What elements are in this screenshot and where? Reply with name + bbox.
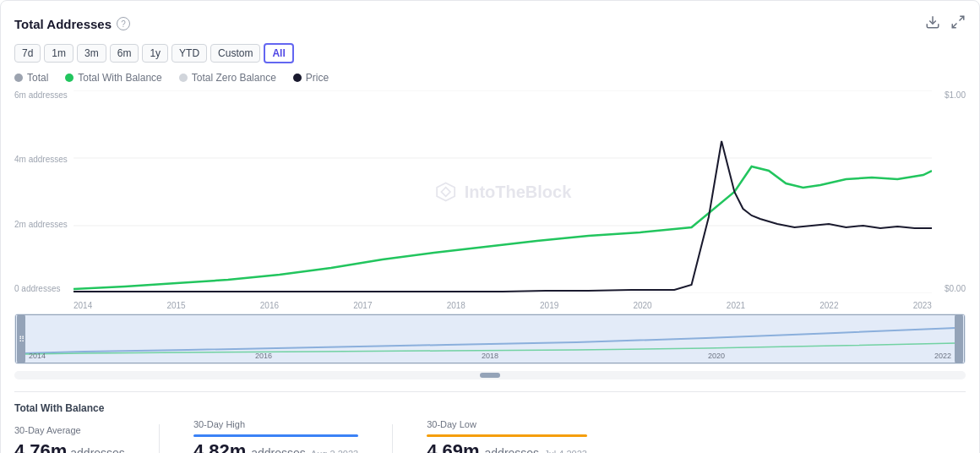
svg-line-1 <box>960 16 964 20</box>
stat-30day-low: 30-Day Low 4.69m addresses Jul 4 2023 <box>427 419 587 453</box>
help-icon[interactable]: ? <box>117 17 130 30</box>
stat-divider-1 <box>159 424 160 454</box>
stat-low-unit: addresses <box>485 446 540 453</box>
legend-zero-balance-dot <box>179 74 188 82</box>
stat-30day-avg: 30-Day Average 4.76m addresses <box>14 425 125 453</box>
mini-x-2018: 2018 <box>482 352 498 360</box>
legend-price-dot <box>293 74 302 82</box>
legend-with-balance-label: Total With Balance <box>78 72 161 84</box>
y-label-2m: 2m addresses <box>14 220 68 229</box>
stat-high-date: Aug 2 2023 <box>311 449 358 453</box>
scroll-thumb <box>480 373 500 378</box>
legend-price-label: Price <box>306 72 329 84</box>
svg-line-2 <box>952 24 956 28</box>
filter-ytd[interactable]: YTD <box>172 44 207 63</box>
filter-1m[interactable]: 1m <box>44 44 74 63</box>
chart-lines <box>74 90 932 293</box>
chart-svg-area: IntoTheBlock <box>74 90 932 293</box>
download-icon[interactable] <box>925 14 940 33</box>
stat-low-title: 30-Day Low <box>427 419 587 433</box>
x-label-2023: 2023 <box>913 301 932 310</box>
stat-low-underline <box>427 434 587 437</box>
card-header: Total Addresses ? <box>14 14 966 33</box>
stat-high-unit: addresses <box>251 446 306 453</box>
x-label-2016: 2016 <box>260 301 279 310</box>
legend-total-dot <box>14 74 23 82</box>
legend-total-label: Total <box>27 72 48 84</box>
stats-section-label: Total With Balance <box>14 402 966 414</box>
x-label-2020: 2020 <box>633 301 651 310</box>
time-filter-bar: 7d 1m 3m 6m 1y YTD Custom All <box>14 43 966 63</box>
stat-high-title: 30-Day High <box>193 419 358 433</box>
x-label-2014: 2014 <box>74 301 92 310</box>
legend-price: Price <box>293 72 329 84</box>
legend-zero-balance: Total Zero Balance <box>179 72 276 84</box>
stats-section: Total With Balance 30-Day Average 4.76m … <box>14 391 966 453</box>
stat-divider-2 <box>392 424 393 454</box>
stats-row: 30-Day Average 4.76m addresses 30-Day Hi… <box>14 419 966 453</box>
stat-avg-value: 4.76m addresses <box>14 440 125 453</box>
header-actions <box>925 14 966 33</box>
filter-3m[interactable]: 3m <box>77 44 106 63</box>
mini-x-2016: 2016 <box>255 352 272 360</box>
y-axis-right: $1.00 $0.00 <box>945 90 966 310</box>
total-addresses-card: Total Addresses ? 7d <box>0 0 980 453</box>
y-label-4m: 4m addresses <box>14 155 68 164</box>
stat-high-value: 4.82m <box>193 440 246 453</box>
x-label-2018: 2018 <box>447 301 466 310</box>
legend-with-balance: Total With Balance <box>65 72 161 84</box>
filter-custom[interactable]: Custom <box>210 44 260 63</box>
x-label-2019: 2019 <box>540 301 558 310</box>
mini-x-2022: 2022 <box>934 352 951 360</box>
mini-x-2020: 2020 <box>708 352 725 360</box>
header-left: Total Addresses ? <box>14 17 130 31</box>
y-label-6m: 6m addresses <box>14 90 68 100</box>
mini-x-2014: 2014 <box>29 352 46 360</box>
filter-7d[interactable]: 7d <box>14 44 41 63</box>
y-label-1usd: $1.00 <box>945 90 966 100</box>
scroll-bar[interactable] <box>14 371 966 379</box>
y-label-0usd: $0.00 <box>945 284 966 293</box>
x-label-2015: 2015 <box>166 301 185 310</box>
filter-6m[interactable]: 6m <box>110 44 139 63</box>
stat-high-value-row: 4.82m addresses Aug 2 2023 <box>193 440 358 453</box>
x-label-2017: 2017 <box>353 301 372 310</box>
y-axis-left: 6m addresses 4m addresses 2m addresses 0… <box>14 90 68 310</box>
stat-avg-title: 30-Day Average <box>14 425 125 439</box>
x-label-2022: 2022 <box>819 301 838 310</box>
minimap-handle-left[interactable]: ⠿ <box>17 314 25 363</box>
main-chart: 6m addresses 4m addresses 2m addresses 0… <box>14 90 966 310</box>
legend-total: Total <box>14 72 48 84</box>
stat-high-underline <box>193 434 358 437</box>
total-with-balance-line <box>74 166 932 289</box>
filter-all[interactable]: All <box>264 43 293 63</box>
expand-icon[interactable] <box>950 14 966 33</box>
stat-30day-high: 30-Day High 4.82m addresses Aug 2 2023 <box>193 419 358 453</box>
minimap[interactable]: ⠿ 2014 2016 2018 2020 2022 <box>14 314 966 364</box>
legend-with-balance-dot <box>65 74 74 82</box>
legend-zero-balance-label: Total Zero Balance <box>192 72 276 84</box>
x-label-2021: 2021 <box>727 301 745 310</box>
chart-legend: Total Total With Balance Total Zero Bala… <box>14 72 966 84</box>
minimap-x-labels: 2014 2016 2018 2020 2022 <box>29 352 951 360</box>
stat-low-value: 4.69m <box>427 440 479 453</box>
y-label-0: 0 addresses <box>14 284 68 293</box>
x-axis-labels: 2014 2015 2016 2017 2018 2019 2020 2021 … <box>74 301 932 310</box>
price-line <box>74 141 932 292</box>
filter-1y[interactable]: 1y <box>142 44 168 63</box>
stat-low-date: Jul 4 2023 <box>544 449 587 453</box>
stat-low-value-row: 4.69m addresses Jul 4 2023 <box>427 440 587 453</box>
card-title: Total Addresses <box>14 17 112 31</box>
minimap-handle-right[interactable] <box>955 314 963 363</box>
